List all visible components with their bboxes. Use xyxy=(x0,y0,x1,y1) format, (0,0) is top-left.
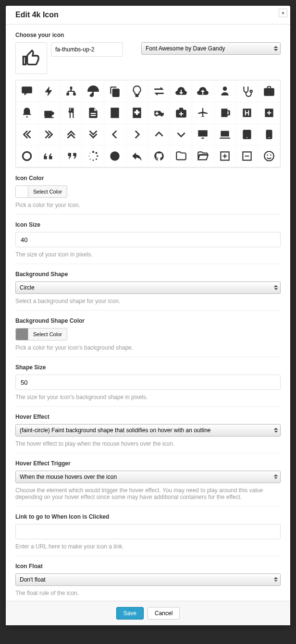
angle-double-right-icon xyxy=(43,128,55,141)
hover-effect-help: The hover effect to play when the mouse … xyxy=(15,440,281,447)
icon-option-sitemap[interactable] xyxy=(61,81,82,102)
icon-option-plus-square[interactable] xyxy=(258,102,280,123)
field-hover-effect: Hover Effect (faint-circle) Faint backgr… xyxy=(15,406,281,453)
svg-point-12 xyxy=(270,155,271,156)
icon-option-smile[interactable] xyxy=(258,146,280,167)
select-bg-color-button[interactable]: Select Color xyxy=(28,329,67,339)
angle-double-left-icon xyxy=(21,128,33,141)
sitemap-icon xyxy=(65,85,77,97)
icon-option-ambulance[interactable] xyxy=(148,102,170,123)
folder-icon xyxy=(175,150,187,162)
icon-option-bell[interactable] xyxy=(16,102,38,123)
icon-option-copy[interactable] xyxy=(104,81,126,102)
icon-option-flash[interactable] xyxy=(38,81,60,102)
icon-option-angle-left[interactable] xyxy=(104,124,126,145)
bg-shape-label: Background Shape xyxy=(15,271,281,278)
icon-option-plus-box[interactable] xyxy=(214,146,236,167)
hover-effect-select[interactable]: (faint-circle) Faint background shape th… xyxy=(15,424,281,437)
bell-icon xyxy=(21,107,33,119)
icon-option-mobile[interactable] xyxy=(258,124,280,145)
plus-box-icon xyxy=(219,150,231,162)
hover-trigger-select[interactable]: When the mouse hovers over the icon xyxy=(15,471,281,483)
icon-option-cutlery[interactable] xyxy=(61,102,82,123)
icon-option-lightbulb[interactable] xyxy=(126,81,148,102)
icon-option-medkit[interactable] xyxy=(170,102,192,123)
icon-option-suitcase[interactable] xyxy=(258,81,280,102)
close-button[interactable]: × xyxy=(279,9,287,17)
field-bg-shape: Background Shape Circle Select a backgro… xyxy=(15,264,281,310)
edit-icon-modal: × Edit 4k Icon Choose your icon Font Awe… xyxy=(6,6,290,625)
bg-shape-color-label: Background Shape Color xyxy=(15,317,281,324)
field-bg-shape-color: Background Shape Color Select Color Pick… xyxy=(15,310,281,357)
icon-option-hospital[interactable] xyxy=(126,102,148,123)
field-hover-trigger: Hover Effect Trigger When the mouse hove… xyxy=(15,453,281,506)
icon-option-beer[interactable] xyxy=(214,102,236,123)
icon-pack-select[interactable]: Font Awesome by Dave Gandy xyxy=(141,42,281,55)
icon-option-cloud-upload[interactable] xyxy=(192,81,214,102)
icon-option-desktop[interactable] xyxy=(192,124,214,145)
suitcase-icon xyxy=(263,85,275,97)
icon-option-plane[interactable] xyxy=(192,102,214,123)
icon-option-exchange[interactable] xyxy=(148,81,170,102)
circle-o-icon xyxy=(21,150,33,162)
field-float: Icon Float Don't float The float rule of… xyxy=(15,556,281,601)
doctor-icon xyxy=(219,85,231,97)
icon-color-picker[interactable]: Select Color xyxy=(15,185,67,198)
icon-option-spinner[interactable] xyxy=(82,146,104,167)
icon-option-folder[interactable] xyxy=(170,146,192,167)
icon-option-github-alt[interactable] xyxy=(148,146,170,167)
icon-color-help: Pick a color for your icon. xyxy=(15,202,281,208)
icon-option-comments[interactable] xyxy=(16,81,38,102)
mobile-icon xyxy=(263,128,275,141)
shape-size-input[interactable] xyxy=(15,375,281,390)
hover-effect-label: Hover Effect xyxy=(15,413,281,420)
svg-point-6 xyxy=(89,158,90,159)
icon-size-input[interactable] xyxy=(15,232,281,247)
choose-icon-row: Font Awesome by Dave Gandy xyxy=(15,42,281,74)
field-icon-size: Icon Size The size of your icon in pixel… xyxy=(15,214,281,264)
bg-shape-select[interactable]: Circle xyxy=(15,281,281,294)
bg-shape-color-picker[interactable]: Select Color xyxy=(15,328,67,340)
icon-option-angle-double-left[interactable] xyxy=(16,124,38,145)
icon-option-angle-up[interactable] xyxy=(148,124,170,145)
modal-header: Edit 4k Icon xyxy=(6,6,290,24)
svg-point-1 xyxy=(92,151,94,153)
icon-option-coffee[interactable] xyxy=(38,102,60,123)
cancel-button[interactable]: Cancel xyxy=(148,607,180,620)
save-button[interactable]: Save xyxy=(116,607,144,620)
icon-option-quote-left[interactable] xyxy=(38,146,60,167)
icon-option-circle[interactable] xyxy=(104,146,126,167)
icon-option-quote-right[interactable] xyxy=(61,146,82,167)
icon-option-building[interactable] xyxy=(104,102,126,123)
angle-right-icon xyxy=(131,128,143,141)
icon-preview[interactable] xyxy=(15,42,47,74)
icon-option-angle-double-down[interactable] xyxy=(82,124,104,145)
coffee-icon xyxy=(43,107,55,119)
select-color-button[interactable]: Select Color xyxy=(28,187,67,196)
icon-option-angle-double-right[interactable] xyxy=(38,124,60,145)
comments-icon xyxy=(21,85,33,97)
icon-option-umbrella[interactable] xyxy=(82,81,104,102)
icon-option-file-text[interactable] xyxy=(82,102,104,123)
icon-option-circle-o[interactable] xyxy=(16,146,38,167)
icon-option-stethoscope[interactable] xyxy=(236,81,258,102)
icon-option-angle-double-up[interactable] xyxy=(61,124,82,145)
icon-option-cloud-download[interactable] xyxy=(170,81,192,102)
icon-option-h-square[interactable] xyxy=(236,102,258,123)
svg-point-9 xyxy=(111,151,120,161)
icon-option-doctor[interactable] xyxy=(214,81,236,102)
icon-name-input[interactable] xyxy=(51,42,123,57)
icon-option-angle-down[interactable] xyxy=(170,124,192,145)
icon-size-help: The size of your icon in pixels. xyxy=(15,251,281,258)
icon-option-folder-open[interactable] xyxy=(192,146,214,167)
float-select[interactable]: Don't float xyxy=(15,573,281,586)
angle-left-icon xyxy=(109,128,121,141)
icon-option-tablet[interactable] xyxy=(236,124,258,145)
link-input[interactable] xyxy=(15,524,281,539)
icon-option-laptop[interactable] xyxy=(214,124,236,145)
field-icon-color: Icon Color Select Color Pick a color for… xyxy=(15,168,281,214)
icon-option-angle-right[interactable] xyxy=(126,124,148,145)
icon-option-reply[interactable] xyxy=(126,146,148,167)
plus-square-icon xyxy=(263,107,275,119)
icon-option-minus-box[interactable] xyxy=(236,146,258,167)
